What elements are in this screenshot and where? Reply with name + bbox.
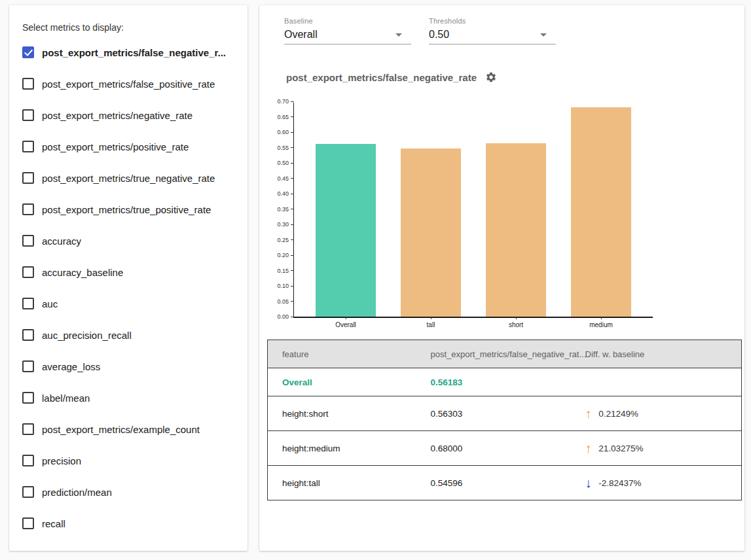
feature-cell: height:short — [268, 396, 431, 431]
metric-label: post_export_metrics/positive_rate — [42, 141, 189, 152]
y-tick: 0.40 — [277, 190, 294, 197]
column-header-diff: Diff. w. baseline — [585, 340, 742, 368]
y-tick-mark — [291, 239, 294, 240]
y-tick-label: 0.70 — [277, 98, 289, 105]
metric-checkbox[interactable] — [22, 423, 34, 435]
thresholds-select[interactable]: Thresholds 0.50 — [429, 17, 556, 44]
y-tick-mark — [291, 224, 294, 225]
metric-checkbox[interactable] — [22, 172, 34, 184]
metric-list-item[interactable]: recall — [9, 508, 247, 539]
metric-checkbox[interactable] — [22, 329, 34, 341]
feature-cell: Overall — [268, 368, 431, 396]
metric-checkbox[interactable] — [22, 78, 34, 90]
y-tick-label: 0.20 — [277, 252, 289, 258]
diff-cell: ↑ 21.03275% — [585, 431, 742, 466]
y-tick-mark — [291, 132, 294, 133]
metric-checkbox[interactable] — [22, 517, 34, 529]
metric-label: accuracy_baseline — [42, 267, 123, 278]
chart-bar-medium[interactable] — [571, 107, 631, 317]
metric-value-cell: 0.56303 — [431, 396, 585, 431]
metrics-table: feature post_export_metrics/false_negati… — [267, 340, 742, 500]
metric-list-item[interactable]: auc_precision_recall — [9, 319, 247, 351]
metric-label: prediction/mean — [42, 487, 112, 498]
chevron-down-icon — [540, 33, 547, 37]
x-tick-mark — [346, 317, 346, 319]
chart-bar-tall[interactable] — [401, 149, 461, 317]
y-tick-label: 0.45 — [277, 175, 289, 182]
metric-list-item[interactable]: post_export_metrics/false_positive_rate — [9, 68, 247, 99]
y-tick: 0.30 — [277, 221, 294, 228]
x-tick-label: medium — [559, 321, 644, 328]
metric-list-item[interactable]: precision — [9, 445, 247, 476]
y-tick-mark — [291, 163, 294, 164]
y-tick-label: 0.10 — [277, 283, 289, 289]
x-tick-label: short — [473, 321, 559, 328]
y-tick: 0.35 — [277, 206, 294, 213]
metric-list-item[interactable]: post_export_metrics/example_count — [9, 413, 247, 445]
metric-checkbox[interactable] — [22, 455, 34, 466]
y-tick-mark — [291, 101, 294, 102]
metric-list-item[interactable]: post_export_metrics/negative_rate — [9, 99, 247, 131]
diff-cell — [585, 368, 742, 396]
metric-checkbox[interactable] — [22, 141, 34, 152]
metric-checkbox[interactable] — [22, 46, 34, 58]
metric-list-item[interactable]: accuracy_baseline — [9, 256, 247, 288]
metric-label: precision — [42, 455, 81, 466]
metric-checkbox[interactable] — [22, 486, 34, 498]
metric-checkbox[interactable] — [22, 298, 34, 309]
chart-bar-short[interactable] — [486, 143, 546, 317]
baseline-value-row[interactable]: Overall — [284, 25, 411, 44]
metric-list-item[interactable]: post_export_metrics/true_negative_rate — [9, 162, 247, 194]
y-tick-label: 0.35 — [277, 206, 289, 213]
gear-icon[interactable] — [485, 71, 497, 83]
metric-list-item[interactable]: accuracy — [9, 225, 247, 256]
thresholds-value: 0.50 — [429, 29, 449, 41]
metric-list-item[interactable]: post_export_metrics/true_positive_rate — [9, 194, 247, 225]
diff-value: 21.03275% — [598, 444, 643, 453]
diff-cell: ↑ 0.21249% — [585, 396, 742, 431]
metric-checkbox[interactable] — [22, 392, 34, 404]
x-tick-label: tall — [388, 321, 473, 328]
metric-list-item[interactable]: average_loss — [9, 351, 247, 382]
y-tick: 0.45 — [277, 175, 294, 182]
x-tick-label: Overall — [303, 321, 388, 328]
diff-value: 0.21249% — [598, 409, 638, 419]
chart-bar-Overall[interactable] — [316, 144, 376, 317]
baseline-label: Baseline — [284, 17, 411, 25]
sidebar-title: Select metrics to display: — [22, 22, 247, 33]
metric-label: post_export_metrics/true_negative_rate — [42, 173, 215, 184]
metric-list-item[interactable]: post_export_metrics/false_negative_r... — [9, 37, 247, 68]
table-row[interactable]: height:tall 0.54596 ↓ -2.82437% — [268, 466, 742, 500]
y-tick-mark — [291, 209, 294, 209]
metric-list-item[interactable]: label/mean — [9, 382, 247, 413]
metric-list-item[interactable]: auc — [9, 288, 247, 319]
table-row[interactable]: height:short 0.56303 ↑ 0.21249% — [268, 396, 742, 431]
y-tick-label: 0.30 — [277, 221, 289, 228]
y-tick: 0.60 — [277, 129, 294, 135]
y-tick: 0.70 — [277, 98, 294, 105]
thresholds-value-row[interactable]: 0.50 — [429, 25, 556, 44]
y-tick-mark — [291, 286, 294, 287]
metric-checkbox[interactable] — [22, 360, 34, 372]
y-tick: 0.55 — [277, 145, 294, 151]
column-header-metric: post_export_metrics/false_negative_rat..… — [431, 340, 585, 368]
metric-list-item[interactable]: post_export_metrics/positive_rate — [9, 131, 247, 162]
feature-cell: height:tall — [268, 466, 431, 500]
y-tick-label: 0.40 — [277, 190, 289, 197]
chart-header: post_export_metrics/false_negative_rate — [286, 71, 497, 83]
metric-checkbox[interactable] — [22, 266, 34, 278]
x-tick-mark — [431, 317, 431, 319]
table-row[interactable]: Overall 0.56183 — [268, 368, 742, 396]
y-tick-mark — [291, 116, 294, 117]
metric-value-cell: 0.54596 — [431, 466, 585, 500]
metric-label: auc — [42, 298, 58, 309]
x-tick-mark — [516, 317, 517, 319]
metric-list-item[interactable]: prediction/mean — [9, 476, 247, 508]
metric-checkbox[interactable] — [22, 109, 34, 121]
metric-checkbox[interactable] — [22, 203, 34, 215]
baseline-select[interactable]: Baseline Overall — [284, 17, 411, 44]
y-tick: 0.20 — [277, 252, 294, 258]
metric-checkbox[interactable] — [22, 235, 34, 247]
table-row[interactable]: height:medium 0.68000 ↑ 21.03275% — [268, 431, 742, 466]
chevron-down-icon — [395, 33, 402, 37]
